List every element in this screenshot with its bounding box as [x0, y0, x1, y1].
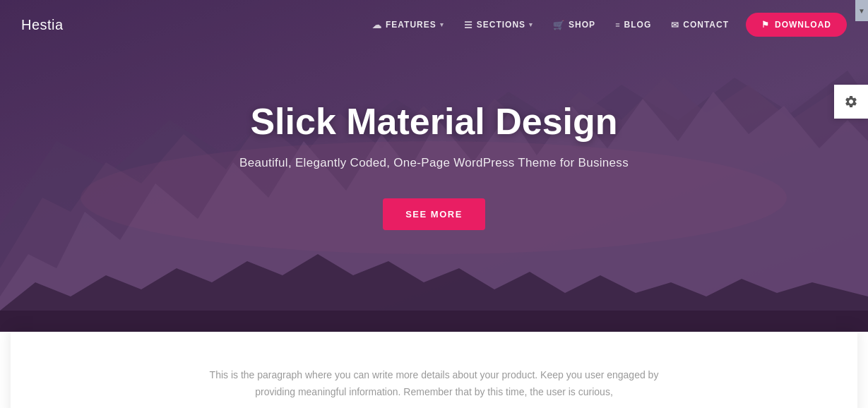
nav-item-contact: ✉ CONTACT — [662, 14, 737, 36]
see-more-button[interactable]: SEE MORE — [383, 198, 485, 230]
nav-item-shop: 🛒 SHOP — [545, 14, 604, 36]
cloud-icon: ☁ — [372, 20, 382, 30]
navbar: Hestia ☁ FEATURES ▾ ☰ SECTIONS ▾ 🛒 SHOP — [0, 0, 868, 49]
nav-link-contact[interactable]: ✉ CONTACT — [662, 14, 737, 36]
mail-icon: ✉ — [671, 20, 679, 30]
settings-button[interactable] — [834, 85, 868, 119]
nav-item-download: ⚑ DOWNLOAD — [740, 13, 847, 37]
cart-icon: 🛒 — [553, 20, 565, 30]
brand-logo[interactable]: Hestia — [21, 17, 64, 33]
download-button[interactable]: ⚑ DOWNLOAD — [746, 13, 847, 37]
features-dropdown-arrow: ▾ — [440, 21, 444, 28]
hero-subtitle: Beautiful, Elegantly Coded, One-Page Wor… — [239, 156, 629, 170]
nav-link-sections[interactable]: ☰ SECTIONS ▾ — [456, 14, 542, 36]
sections-icon: ☰ — [464, 20, 473, 30]
nav-link-shop[interactable]: 🛒 SHOP — [545, 14, 604, 36]
nav-item-features: ☁ FEATURES ▾ — [364, 14, 453, 36]
nav-menu: ☁ FEATURES ▾ ☰ SECTIONS ▾ 🛒 SHOP ≡ BLOG — [364, 13, 847, 37]
hero-title: Slick Material Design — [239, 102, 629, 142]
nav-item-blog: ≡ BLOG — [607, 14, 660, 35]
content-section: This is the paragraph where you can writ… — [11, 332, 857, 408]
scroll-indicator[interactable] — [855, 0, 868, 21]
hero-section: Slick Material Design Beautiful, Elegant… — [0, 0, 868, 332]
nav-link-features[interactable]: ☁ FEATURES ▾ — [364, 14, 453, 36]
blog-icon: ≡ — [615, 20, 620, 29]
content-paragraph: This is the paragraph where you can writ… — [194, 367, 674, 401]
nav-link-blog[interactable]: ≡ BLOG — [607, 14, 660, 35]
hero-content: Slick Material Design Beautiful, Elegant… — [225, 102, 643, 230]
sections-dropdown-arrow: ▾ — [529, 21, 533, 28]
nav-item-sections: ☰ SECTIONS ▾ — [456, 14, 542, 36]
download-icon: ⚑ — [761, 20, 770, 30]
